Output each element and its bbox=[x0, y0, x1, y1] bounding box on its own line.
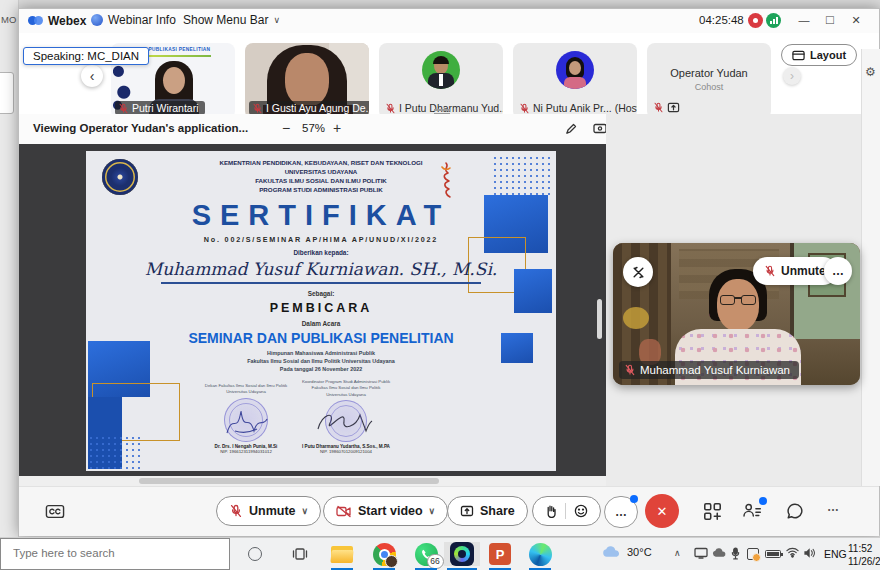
task-view-button[interactable] bbox=[292, 547, 308, 561]
tray-language[interactable]: ENG bbox=[824, 548, 847, 560]
webinar-info-icon bbox=[91, 14, 103, 26]
unmute-button[interactable]: Unmute ∨ bbox=[216, 496, 321, 526]
person-face bbox=[163, 67, 185, 94]
more-controls-button[interactable]: … bbox=[827, 500, 839, 514]
clock-date: 11/26/2022 bbox=[848, 555, 880, 568]
signature-title-line: Universitas Udayana bbox=[276, 392, 416, 398]
tray-battery-icon[interactable] bbox=[765, 550, 781, 558]
previous-participants-button[interactable]: ‹ bbox=[81, 65, 103, 87]
layout-button[interactable]: Layout bbox=[781, 44, 857, 66]
zoom-in-button[interactable]: + bbox=[333, 120, 341, 136]
minimize-self-view-button[interactable] bbox=[623, 257, 653, 287]
record-indicator-icon bbox=[748, 13, 763, 28]
panel-toggle-strip: ⚙ bbox=[861, 49, 880, 486]
chevron-down-icon: ∨ bbox=[429, 506, 436, 516]
video-name-chip: Muhammad Yusuf Kurniawan bbox=[619, 361, 799, 379]
participant-tile-operator-yudan[interactable]: Operator Yudan Cohost bbox=[647, 43, 771, 119]
maximize-button[interactable]: □ bbox=[817, 9, 843, 31]
chevron-down-icon: ∨ bbox=[302, 506, 309, 516]
taskbar-search[interactable] bbox=[0, 538, 230, 570]
chrome-profile-badge bbox=[385, 555, 398, 568]
edge-icon bbox=[529, 543, 552, 566]
tray-speaker-icon[interactable] bbox=[803, 547, 816, 559]
avatar bbox=[556, 51, 594, 89]
screen: MO Webex Webinar Info Show Menu Bar ∨ 04… bbox=[0, 0, 880, 570]
share-button[interactable]: Share bbox=[447, 496, 528, 526]
show-menu-bar-label: Show Menu Bar bbox=[183, 13, 268, 27]
background-window-button[interactable] bbox=[0, 72, 14, 114]
participants-button[interactable] bbox=[742, 502, 764, 521]
apps-button[interactable] bbox=[703, 502, 722, 521]
reactions-button[interactable] bbox=[532, 496, 601, 526]
tray-clock[interactable]: 11:52 11/26/2022 bbox=[848, 542, 880, 568]
cert-organizer-line: Himpunan Mahasiswa Administrasi Publik bbox=[86, 349, 556, 357]
next-participants-button[interactable]: › bbox=[783, 67, 801, 85]
close-button[interactable]: ✕ bbox=[843, 9, 869, 31]
ellipsis-icon: … bbox=[832, 264, 844, 278]
tray-security-icon[interactable] bbox=[747, 548, 759, 560]
closed-captions-button[interactable] bbox=[45, 504, 65, 519]
cert-header-line: KEMENTRIAN PENDIDIKAN, KEBUDAYAAN, RISET… bbox=[86, 159, 556, 168]
taskbar-file-explorer[interactable] bbox=[330, 542, 354, 566]
tray-wifi-icon[interactable] bbox=[786, 547, 799, 558]
cert-recipient-rule bbox=[161, 282, 481, 284]
taskbar-edge[interactable] bbox=[528, 542, 552, 566]
mic-muted-icon bbox=[252, 103, 263, 114]
annotate-icon[interactable] bbox=[565, 123, 577, 135]
cert-header-line: FAKULTAS ILMU SOSIAL DAN ILMU POLITIK bbox=[86, 177, 556, 186]
leave-x-icon: ✕ bbox=[657, 504, 668, 519]
start-video-button[interactable]: Start video ∨ bbox=[323, 496, 448, 526]
settings-gear-icon[interactable]: ⚙ bbox=[865, 65, 876, 79]
taskbar-chrome[interactable] bbox=[372, 542, 396, 566]
video-more-options-button[interactable]: … bbox=[824, 257, 852, 285]
webinar-info-menu[interactable]: Webinar Info bbox=[91, 13, 176, 27]
mic-muted-icon bbox=[764, 265, 776, 277]
taskbar-whatsapp[interactable]: 66 bbox=[414, 542, 438, 566]
background-window-fragment[interactable]: MO bbox=[0, 0, 19, 537]
meeting-timer: 04:25:48 bbox=[699, 14, 744, 26]
chat-button[interactable] bbox=[786, 502, 804, 520]
participant-tile-i-putu-dharmanu[interactable]: I Putu Dharmanu Yud... bbox=[379, 43, 503, 119]
cortana-button[interactable] bbox=[248, 547, 262, 561]
show-menu-bar-menu[interactable]: Show Menu Bar ∨ bbox=[183, 13, 280, 27]
cert-event: SEMINAR DAN PUBLIKASI PENELITIAN bbox=[86, 330, 556, 346]
signature-scribble bbox=[312, 407, 382, 437]
tray-chevron-up[interactable]: ∧ bbox=[674, 548, 681, 558]
tray-microphone-icon[interactable] bbox=[731, 547, 740, 560]
mic-muted-icon bbox=[624, 364, 636, 376]
certificate-document: KEMENTRIAN PENDIDIKAN, KEBUDAYAAN, RISET… bbox=[86, 151, 556, 471]
cert-event-label: Dalam Acara bbox=[86, 319, 556, 328]
taskbar-webex-active[interactable] bbox=[444, 542, 480, 566]
signature-block-right: Koordinator Program Studi Administrasi P… bbox=[276, 379, 416, 454]
minimize-button[interactable]: — bbox=[791, 9, 817, 31]
whatsapp-icon: 66 bbox=[415, 543, 438, 566]
floating-video-muhammad-yusuf[interactable]: Unmute … Muhammad Yusuf Kurniawan bbox=[613, 243, 860, 385]
windows-taskbar: 66 P 30°C bbox=[0, 537, 880, 570]
participant-tile-i-gusti-ayu[interactable]: I Gusti Ayu Agung De... bbox=[245, 43, 369, 119]
chevron-right-icon: › bbox=[790, 69, 794, 83]
chevron-left-icon: ‹ bbox=[90, 68, 95, 84]
zoom-out-button[interactable]: − bbox=[282, 120, 290, 136]
share-display-icon[interactable] bbox=[593, 123, 607, 135]
share-label: Share bbox=[480, 504, 515, 518]
search-input[interactable] bbox=[11, 546, 215, 560]
notification-dot bbox=[759, 497, 767, 505]
cert-header-line: UNIVERSITAS UDAYANA bbox=[86, 168, 556, 177]
cert-given-to: Diberikan kepada: bbox=[86, 248, 556, 257]
start-video-label: Start video bbox=[358, 504, 423, 518]
participant-tile-ni-putu-anik[interactable]: Ni Putu Anik Pr... (Host) bbox=[513, 43, 637, 119]
whatsapp-badge: 66 bbox=[427, 554, 444, 569]
leave-meeting-button[interactable]: ✕ bbox=[645, 494, 679, 528]
tray-onedrive-icon[interactable] bbox=[712, 547, 727, 558]
vertical-scrollbar[interactable] bbox=[597, 299, 602, 339]
more-options-button[interactable]: … bbox=[604, 496, 638, 528]
ellipsis-icon: … bbox=[615, 505, 627, 519]
participants-icon bbox=[742, 502, 762, 519]
layout-icon bbox=[792, 50, 805, 61]
horizontal-scrollbar[interactable] bbox=[19, 476, 606, 486]
taskbar-powerpoint[interactable]: P bbox=[488, 542, 512, 566]
taskbar-weather[interactable]: 30°C bbox=[602, 545, 652, 558]
person-face bbox=[285, 53, 329, 107]
tray-display-icon[interactable] bbox=[694, 547, 708, 559]
mic-muted-icon bbox=[118, 103, 129, 114]
